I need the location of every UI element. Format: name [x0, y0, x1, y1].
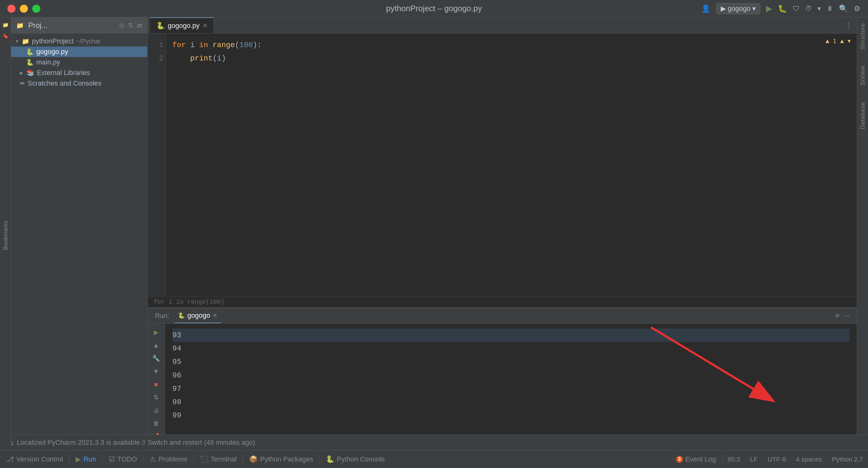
collapse-arrow: ▼	[15, 39, 19, 44]
todo-label: TODO	[118, 455, 137, 463]
tree-scratches[interactable]: ✏ Scratches and Consoles	[11, 78, 147, 89]
python-version[interactable]: Python 2.7	[827, 450, 868, 468]
statusbar-right: 3 Event Log 95:3 LF UTF-8 4 spaces Pytho…	[670, 450, 868, 468]
problems-item[interactable]: ⚠ Problems	[144, 450, 193, 468]
run-tab-gogogo[interactable]: 🐍 gogogo ✕	[174, 308, 221, 323]
notification-bar: ⚠ Localized PyCharm 2021.3.3 is availabl…	[0, 435, 868, 450]
run-minimize-icon[interactable]: —	[844, 313, 849, 319]
project-icon[interactable]: 📁	[1, 21, 10, 29]
tree-external-libs[interactable]: ▶ 📚 External Libraries	[11, 68, 147, 78]
run-tab-close[interactable]: ✕	[213, 312, 217, 319]
line-num-2: 2	[150, 52, 163, 65]
collapse-all-icon[interactable]: ⇄	[137, 22, 142, 29]
stop-icon[interactable]: ■	[151, 379, 161, 389]
external-libs-label: External Libraries	[37, 69, 90, 77]
traffic-lights	[7, 5, 40, 13]
output-line: 95	[173, 355, 849, 369]
account-icon[interactable]: 👤	[701, 4, 711, 13]
expand-all-icon[interactable]: ⇅	[128, 22, 133, 29]
tab-gogogo[interactable]: 🐍 gogogo.py ✕	[150, 18, 214, 33]
minimize-button[interactable]	[20, 5, 28, 13]
run-status-label: Run	[83, 455, 96, 463]
structure-panel-label[interactable]: Structure	[859, 21, 867, 52]
run-panel: Run: 🐍 gogogo ✕ ⚙ — ▶ ▲ 🔧 ▼ ■	[148, 308, 857, 450]
event-log-item[interactable]: 3 Event Log	[670, 450, 722, 468]
run-settings-icon[interactable]: ⚙	[835, 313, 839, 319]
tab-label: gogogo.py	[168, 22, 199, 30]
more-actions-icon[interactable]: ⋮	[845, 21, 852, 29]
version-control-item[interactable]: ⎇ Version Control	[0, 450, 69, 468]
print-icon[interactable]: 🖨	[151, 405, 161, 415]
todo-item[interactable]: ☑ TODO	[103, 450, 143, 468]
run-status-icon: ▶	[75, 455, 81, 463]
titlebar-right: 👤 ▶ gogogo ▾ ▶ 🐛 🛡 ⏱ ▾ ⏸ 🔍 ⚙	[701, 3, 861, 14]
debug-icon[interactable]: 🐛	[778, 4, 787, 13]
rerun-button[interactable]: ▶	[151, 327, 161, 337]
settings-icon[interactable]: ⚙	[854, 4, 861, 13]
terminal-icon: ⬛	[200, 455, 208, 463]
project-tree: ▼ 📁 pythonProject ~/Pychar 🐍 gogogo.py 🐍…	[11, 33, 147, 450]
search-icon[interactable]: 🔍	[839, 4, 848, 13]
folder-icon: 📁	[22, 37, 29, 45]
event-log-label: Event Log	[685, 455, 716, 463]
run-config-button[interactable]: ▶ gogogo ▾	[716, 3, 761, 14]
wrench-icon[interactable]: 🔧	[151, 353, 161, 363]
tree-file-main[interactable]: 🐍 main.py	[11, 57, 147, 68]
folder-icon: 📁	[16, 22, 24, 29]
notification-text: Localized PyCharm 2021.3.3 is available …	[17, 439, 255, 447]
file-label: main.py	[36, 58, 60, 66]
python-file-icon: 🐍	[26, 59, 34, 66]
scope-icon[interactable]: ⊙	[119, 22, 124, 29]
tree-file-gogogo[interactable]: 🐍 gogogo.py	[11, 46, 147, 57]
line-num-1: 1	[150, 38, 163, 52]
line-numbers: 1 2	[148, 33, 166, 296]
todo-icon: ☑	[109, 455, 115, 463]
code-area: 1 2 for i in range(100): print(i) ▲ 1 ▲ …	[148, 33, 857, 296]
packages-icon: 📦	[249, 455, 258, 463]
terminal-label: Terminal	[211, 455, 237, 463]
chevron-down-icon: ▾	[847, 37, 850, 44]
cursor-position[interactable]: 95:3	[723, 450, 745, 468]
editor-hint: for i in range(100)	[148, 296, 857, 308]
library-icon: 📚	[27, 69, 34, 76]
run-label: Run:	[155, 312, 169, 320]
run-header-right: ⚙ —	[835, 313, 849, 319]
run-output: 93 94 95 96 97 98 99 Process finished wi…	[165, 323, 857, 450]
bookmark-icon[interactable]: 🔖	[1, 32, 10, 40]
problems-icon: ⚠	[150, 455, 156, 463]
problems-label: Problems	[158, 455, 187, 463]
encoding[interactable]: UTF-8	[763, 450, 791, 468]
trash-icon[interactable]: 🗑	[151, 418, 161, 428]
siview-panel-label[interactable]: SiView	[859, 63, 867, 88]
root-label: pythonProject	[32, 37, 74, 45]
maximize-button[interactable]	[32, 5, 40, 13]
bookmarks-panel[interactable]: Bookmarks	[0, 211, 11, 260]
run-icon[interactable]: ▶	[766, 4, 772, 13]
pause-icon[interactable]: ⏸	[827, 5, 833, 13]
scroll-down-icon[interactable]: ▼	[151, 366, 161, 376]
run-config-icon: ▶	[721, 5, 726, 13]
tab-close-button[interactable]: ✕	[203, 22, 207, 29]
warning-indicator[interactable]: ▲ 1 ▲ ▾	[824, 37, 850, 44]
indent[interactable]: 4 spaces	[791, 450, 827, 468]
terminal-item[interactable]: ⬛ Terminal	[194, 450, 243, 468]
coverage-icon[interactable]: 🛡	[793, 5, 800, 13]
line-ending[interactable]: LF	[745, 450, 763, 468]
profile-icon[interactable]: ⏱	[805, 5, 812, 13]
code-editor[interactable]: for i in range(100): print(i)	[166, 33, 857, 296]
python-packages-item[interactable]: 📦 Python Packages	[243, 450, 319, 468]
database-panel-label[interactable]: Database	[859, 99, 867, 132]
output-line	[173, 422, 849, 435]
output-line: 98	[173, 396, 849, 409]
scratches-icon: ✏	[20, 80, 25, 87]
run-status-item[interactable]: ▶ Run	[69, 450, 102, 468]
python-console-item[interactable]: 🐍 Python Console	[320, 450, 391, 468]
output-line: 99	[173, 409, 849, 422]
chevron-down-icon: ▾	[752, 5, 756, 13]
sort-icon[interactable]: ⇅	[151, 393, 161, 402]
project-panel-title: Proj...	[28, 21, 48, 30]
tree-root[interactable]: ▼ 📁 pythonProject ~/Pychar	[11, 36, 147, 46]
close-button[interactable]	[7, 5, 16, 13]
scroll-up-icon[interactable]: ▲	[151, 340, 161, 350]
more-run-icon[interactable]: ▾	[817, 5, 821, 13]
